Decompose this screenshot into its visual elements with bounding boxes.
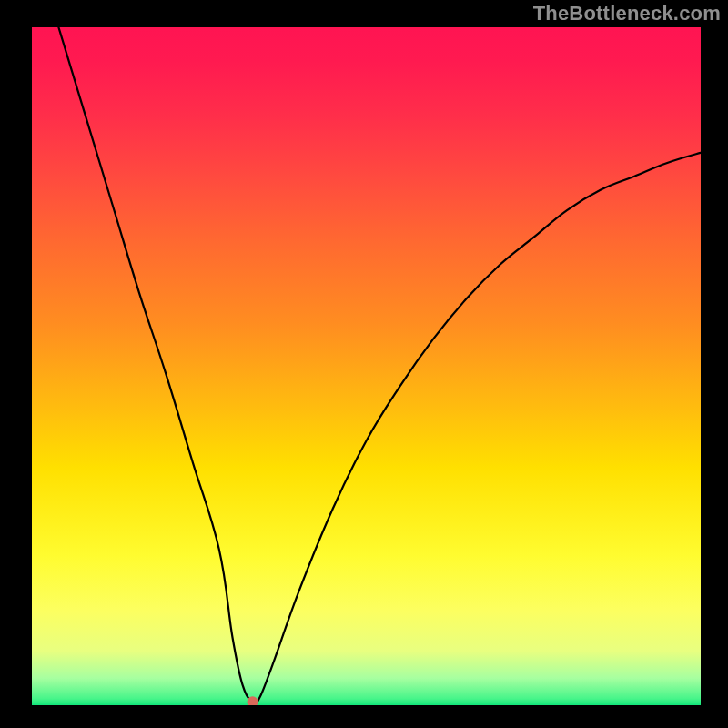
plot-area [32, 27, 701, 705]
bottleneck-curve [58, 27, 701, 704]
chart-frame: TheBottleneck.com [0, 0, 728, 728]
curve-svg [32, 27, 701, 705]
watermark-text: TheBottleneck.com [533, 2, 721, 25]
